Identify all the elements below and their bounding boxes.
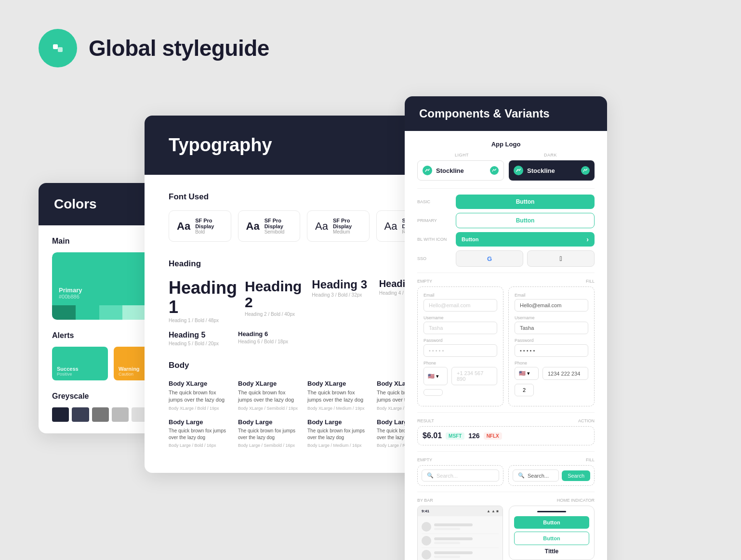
search-button[interactable]: Search xyxy=(562,470,590,481)
phone-fill-flag[interactable]: 🇺🇸 ▾ xyxy=(515,367,539,380)
by-bar-label: BY BAR xyxy=(417,498,503,503)
font-weight-medium: Medium xyxy=(333,229,361,234)
google-btn[interactable]: G xyxy=(456,250,523,267)
logo-icon-only-light xyxy=(490,166,499,175)
phone-empty-input[interactable]: +1 234 567 890 xyxy=(451,367,497,385)
search-fill-label: FILL xyxy=(586,457,595,462)
heading-6-item: Heading 6 Heading 6 / Bold / 18px xyxy=(238,331,300,346)
sso-label: SSO xyxy=(417,256,451,261)
logo-icon-light xyxy=(423,166,432,175)
username-fill-input[interactable]: Tasha xyxy=(515,322,588,334)
device-line1-2 xyxy=(434,537,473,540)
search-fill-input[interactable]: 🔍 Search... xyxy=(513,469,559,482)
password-empty-row: Password ••••• xyxy=(423,338,497,357)
logo-name-dark: Stockline xyxy=(527,167,555,174)
font-aa-regular: Aa xyxy=(384,220,397,233)
otp-empty-input[interactable] xyxy=(423,389,443,396)
logo-mark-light xyxy=(492,168,497,173)
device-mini-list: 9:41 ▲ ▲ ■ xyxy=(417,506,503,560)
body-xlarge-semibold-desc: Body XLarge / Semibold / 19px xyxy=(238,406,300,411)
font-samples-row: Aa SF Pro Display Bold Aa SF Pro Display… xyxy=(169,210,438,242)
font-info-semibold: SF Pro Display Semibold xyxy=(265,218,292,234)
page-header: Global styleguide xyxy=(39,29,702,67)
success-sub: Positive xyxy=(57,372,79,377)
search-header-labels: EMPTY FILL xyxy=(417,457,595,462)
body-large-bold-text: The quick brown fox jumps over the lazy … xyxy=(169,428,230,441)
heading-1-item: Heading 1 Heading 1 / Bold / 48px xyxy=(169,278,237,323)
email-fill-input[interactable]: Hello@email.com xyxy=(515,299,588,312)
font-sample-medium: Aa SF Pro Display Medium xyxy=(307,210,370,242)
apple-btn[interactable]:  xyxy=(527,250,595,267)
primary-outline-btn[interactable]: Button xyxy=(456,213,595,228)
font-aa-bold: Aa xyxy=(177,220,190,233)
password-fill-input[interactable]: ••••• xyxy=(515,344,588,357)
home-indicator-section: HOME INDICATOR Button Button Tittle xyxy=(509,498,595,560)
phone-fill-row-inputs: 🇺🇸 ▾ 1234 222 234 xyxy=(515,367,588,380)
components-header-text: Components & Variants xyxy=(419,107,550,120)
body-large-semibold-desc: Body Large / Semibold / 16px xyxy=(238,443,300,448)
device-avatar-3 xyxy=(422,550,431,560)
email-empty-label: Email xyxy=(423,293,497,298)
body-section-label: Body xyxy=(169,361,438,370)
phone-empty-label: Phone xyxy=(423,361,497,365)
otp-empty-row xyxy=(423,389,497,396)
logo-lightbg-label: LIGHT xyxy=(455,153,469,157)
search-fill-icon: 🔍 xyxy=(518,472,525,479)
body-xlarge-medium-title: Body XLarge xyxy=(307,380,369,387)
h3-text: Heading 3 xyxy=(312,278,371,291)
grey-swatch-4 xyxy=(112,407,129,422)
phone-empty-flag[interactable]: 🇺🇸 ▾ xyxy=(423,367,448,385)
device-avatar-2 xyxy=(422,536,431,546)
basic-btn[interactable]: Button xyxy=(456,195,595,209)
home-btn-outline[interactable]: Button xyxy=(514,532,589,545)
font-name-bold: SF Pro Display xyxy=(195,218,223,229)
result-tag-nflx: NFLX xyxy=(484,432,502,440)
device-line2-1 xyxy=(434,528,460,530)
search-empty-placeholder: Search... xyxy=(437,473,458,479)
body-xlarge-medium-desc: Body XLarge / Medium / 19px xyxy=(307,406,369,411)
body-xlarge-medium-text: The quick brown fox jumps over the lazy … xyxy=(307,389,369,404)
otp-fill-row: 2 xyxy=(515,384,588,396)
heading-section: Heading Heading 1 Heading 1 / Bold / 48p… xyxy=(169,259,438,346)
success-block: Success Positive xyxy=(52,347,108,380)
body-section: Body Body XLarge The quick brown fox jum… xyxy=(169,361,438,448)
grey-swatch-1 xyxy=(52,407,69,422)
device-text-3 xyxy=(434,551,499,558)
search-fill-value: Search... xyxy=(528,473,549,479)
password-empty-input[interactable]: ••••• xyxy=(423,344,497,357)
email-fill-row: Email Hello@email.com xyxy=(515,293,588,312)
typography-header-text: Typography xyxy=(169,135,272,155)
device-list-item-1 xyxy=(422,520,499,534)
headings-grid-row2: Heading 5 Heading 5 / Bold / 20px Headin… xyxy=(169,331,438,346)
otp-fill-input[interactable]: 2 xyxy=(515,384,534,396)
h1-desc: Heading 1 / Bold / 48px xyxy=(169,318,237,323)
body-large-bold: Body Large The quick brown fox jumps ove… xyxy=(169,418,230,448)
phone-empty-row: Phone 🇺🇸 ▾ +1 234 567 890 xyxy=(423,361,497,385)
body-large-bold-desc: Body Large / Bold / 16px xyxy=(169,443,230,448)
swatch-light xyxy=(99,305,123,320)
password-fill-row: Password ••••• xyxy=(515,338,588,357)
username-empty-input[interactable]: Tasha xyxy=(423,322,497,334)
grey-swatch-2 xyxy=(72,407,89,422)
h5-desc: Heading 5 / Bold / 20px xyxy=(169,341,230,346)
logo-name-light: Stockline xyxy=(436,167,464,174)
apple-icon:  xyxy=(559,255,562,262)
search-empty-input[interactable]: 🔍 Search... xyxy=(422,469,499,482)
home-divider-indicator xyxy=(537,511,566,512)
body-large-bold-title: Body Large xyxy=(169,418,230,426)
cards-area: Colors Main Primary #00b886 xyxy=(39,96,702,559)
font-name-medium: SF Pro Display xyxy=(333,218,361,229)
home-btn-green[interactable]: Button xyxy=(514,516,589,529)
email-empty-input[interactable]: Hello@email.com xyxy=(423,299,497,312)
username-fill-label: Username xyxy=(515,315,588,320)
body-large-medium-desc: Body Large / Medium / 16px xyxy=(307,443,369,448)
logo-svg xyxy=(49,39,66,57)
phone-fill-input[interactable]: 1234 222 234 xyxy=(543,367,588,380)
colors-header-text: Colors xyxy=(54,196,97,211)
swatch-primary xyxy=(76,305,99,320)
h5-text: Heading 5 xyxy=(169,331,230,339)
search-empty-block: 🔍 Search... xyxy=(417,465,503,486)
icon-btn[interactable]: Button › xyxy=(456,232,595,247)
warning-sub: Caution xyxy=(119,372,140,377)
logo-light-full: Stockline xyxy=(417,160,504,181)
